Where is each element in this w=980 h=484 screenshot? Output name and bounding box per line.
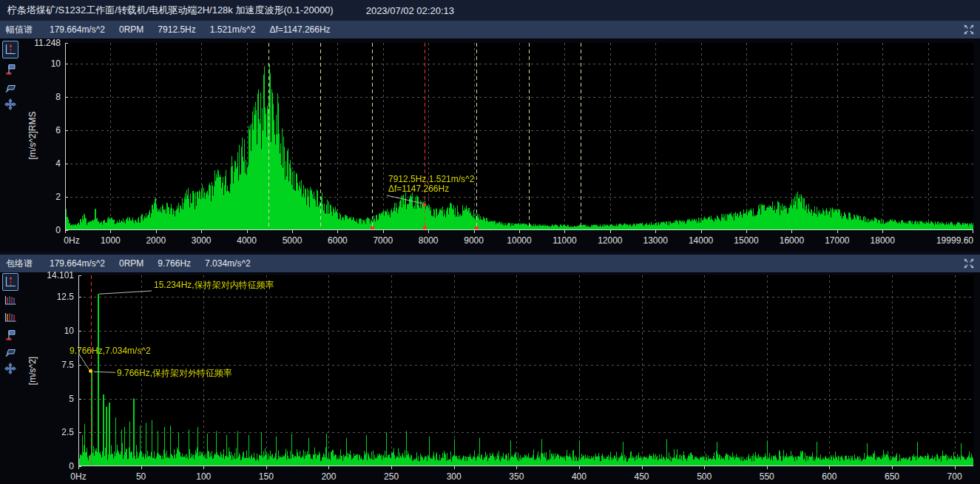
x-tick-label: 17000 <box>811 235 863 246</box>
x-tick-label: 450 <box>616 471 668 482</box>
expand-arrows-icon <box>963 258 975 269</box>
y-tick-label: 10 <box>0 58 61 69</box>
x-tick-label: 300 <box>428 471 480 482</box>
x-tick-label: 15000 <box>720 235 772 246</box>
envelope-panel-header: 包络谱 179.664m/s^2 0RPM 9.766Hz 7.034m/s^2 <box>0 255 980 272</box>
y-tick-label: 10 <box>0 326 74 336</box>
y-tick-label: 2 <box>0 192 61 202</box>
x-tick-label: 2000 <box>130 235 182 246</box>
expand-button[interactable] <box>963 24 975 36</box>
cursor-amplitude-value: 7.034m/s^2 <box>205 258 251 269</box>
y-tick-label: 8 <box>0 92 61 102</box>
rms-value: 179.664m/s^2 <box>50 24 105 35</box>
envelope-panel-title: 包络谱 <box>6 258 33 270</box>
y-tick-label: 0 <box>0 461 74 471</box>
x-tick-label: 150 <box>240 471 292 482</box>
y-tick-label: 2.5 <box>0 427 74 437</box>
y-tick-label: 7.5 <box>0 360 74 370</box>
x-tick-label: 16000 <box>766 235 817 246</box>
annotation-label-icon <box>4 346 16 358</box>
cursor-frequency-value: 9.766Hz <box>158 258 191 269</box>
marker-value-annotation: 9.766Hz,7.034m/s^2 <box>70 346 151 356</box>
y-tick-label: 6 <box>0 125 61 135</box>
x-tick-label: 8000 <box>402 235 454 246</box>
title-bar: 柠条塔煤矿/S1232工作面/转载机/电机驱动端2H/128k 加速度波形(0.… <box>0 0 980 21</box>
x-tick-label: 4000 <box>221 235 273 246</box>
x-tick-label: 200 <box>303 471 354 482</box>
x-tick-label: 19999.60 <box>922 235 973 246</box>
amplitude-chart-area: [m/s^2]RMS 7912.5Hz,1.521m/s^2 Δf=1147.2… <box>0 38 980 252</box>
x-tick-label: 700 <box>929 471 980 482</box>
outer-race-cage-annotation: 9.766Hz,保持架对外特征频率 <box>117 369 232 378</box>
x-tick-label: 11000 <box>538 235 590 246</box>
cursor-amplitude-value: 1.521m/s^2 <box>210 24 256 35</box>
y-tick-label: 5 <box>0 394 74 404</box>
expand-arrows-icon <box>963 24 975 36</box>
envelope-chart-area: [m/s^2] 15.234Hz,保持架对内特征频率 9.766Hz,7.034… <box>0 272 980 484</box>
measurement-path-title: 柠条塔煤矿/S1232工作面/转载机/电机驱动端2H/128k 加速度波形(0.… <box>7 4 334 17</box>
cursor-annotation: 7912.5Hz,1.521m/s^2 Δf=1147.266Hz <box>388 175 474 194</box>
rpm-value: 0RPM <box>119 258 143 269</box>
label-tool-button[interactable] <box>2 343 18 361</box>
rms-value: 179.664m/s^2 <box>50 258 105 269</box>
timestamp: 2023/07/02 02:20:13 <box>366 5 454 16</box>
cursor-frequency-value: 7912.5Hz <box>158 24 195 35</box>
x-tick-label: 3000 <box>175 235 227 246</box>
y-tick-label: 12.5 <box>0 292 74 302</box>
rpm-value: 0RPM <box>119 24 143 35</box>
y-tick-label: 0 <box>0 225 61 235</box>
x-tick-label: 500 <box>678 471 730 482</box>
x-tick-label: 7000 <box>357 235 409 246</box>
annotation-delta-f: Δf=1147.266Hz <box>388 184 474 194</box>
amplitude-panel-title: 幅值谱 <box>6 24 33 36</box>
inner-race-cage-annotation: 15.234Hz,保持架对内特征频率 <box>154 280 274 290</box>
x-tick-label: 14000 <box>675 235 727 246</box>
x-tick-label: 650 <box>866 471 918 482</box>
y-tick-label: 11.248 <box>0 38 61 48</box>
delta-f-value: Δf=1147.266Hz <box>269 24 330 35</box>
x-tick-label: 5000 <box>266 235 318 246</box>
expand-button[interactable] <box>963 258 975 269</box>
x-tick-label: 13000 <box>629 235 681 246</box>
x-tick-label: 550 <box>741 471 793 482</box>
x-tick-label: 1000 <box>84 235 136 246</box>
x-tick-label: 100 <box>178 471 229 482</box>
x-tick-label: 9000 <box>448 235 500 246</box>
y-axis-label: [m/s^2] <box>27 323 38 419</box>
x-tick-label: 400 <box>553 471 605 482</box>
x-tick-label: 350 <box>490 471 542 482</box>
x-tick-label: 250 <box>365 471 417 482</box>
amplitude-spectrum-plot[interactable] <box>65 43 973 234</box>
y-tick-label: 4 <box>0 158 61 169</box>
y-tick-label: 14.101 <box>0 270 74 280</box>
harmonic-cursor-icon <box>4 312 16 323</box>
amplitude-panel-header: 幅值谱 179.664m/s^2 0RPM 7912.5Hz 1.521m/s^… <box>0 21 980 38</box>
x-tick-label: 10000 <box>493 235 545 246</box>
x-tick-label: 6000 <box>311 235 363 246</box>
x-tick-label: 50 <box>115 471 167 482</box>
x-tick-label: 12000 <box>584 235 636 246</box>
x-tick-label: 0Hz <box>53 471 104 482</box>
x-tick-label: 600 <box>803 471 855 482</box>
x-tick-label: 18000 <box>856 235 908 246</box>
harmonic-cursor-tool-button[interactable] <box>2 309 18 326</box>
